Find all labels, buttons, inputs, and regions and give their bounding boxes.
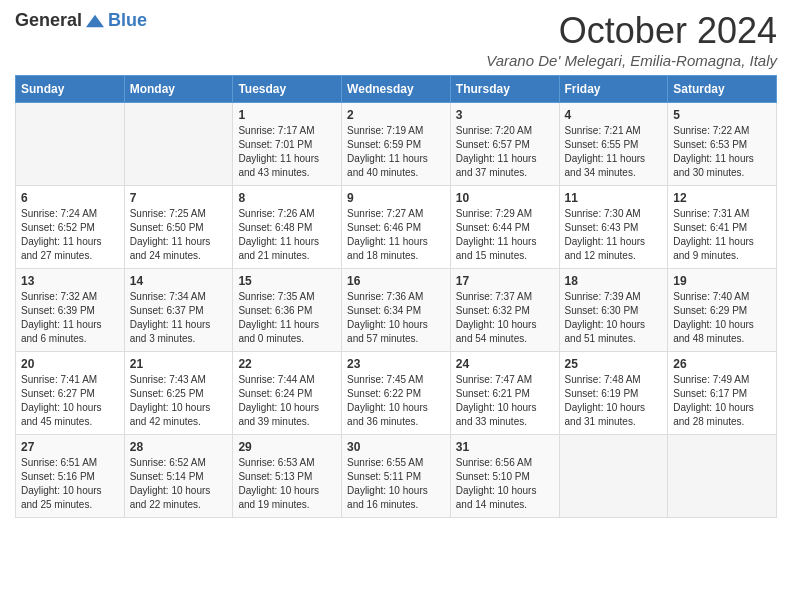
day-cell: 6Sunrise: 7:24 AMSunset: 6:52 PMDaylight… [16,186,125,269]
day-cell: 31Sunrise: 6:56 AMSunset: 5:10 PMDayligh… [450,435,559,518]
day-number: 31 [456,440,554,454]
day-number: 29 [238,440,336,454]
header-cell-tuesday: Tuesday [233,76,342,103]
day-info: Sunrise: 7:27 AMSunset: 6:46 PMDaylight:… [347,207,445,263]
day-number: 21 [130,357,228,371]
day-info: Sunrise: 7:39 AMSunset: 6:30 PMDaylight:… [565,290,663,346]
day-info: Sunrise: 6:52 AMSunset: 5:14 PMDaylight:… [130,456,228,512]
logo-icon [86,12,104,30]
day-cell: 13Sunrise: 7:32 AMSunset: 6:39 PMDayligh… [16,269,125,352]
day-info: Sunrise: 7:31 AMSunset: 6:41 PMDaylight:… [673,207,771,263]
day-info: Sunrise: 7:36 AMSunset: 6:34 PMDaylight:… [347,290,445,346]
day-info: Sunrise: 7:25 AMSunset: 6:50 PMDaylight:… [130,207,228,263]
day-cell: 19Sunrise: 7:40 AMSunset: 6:29 PMDayligh… [668,269,777,352]
day-number: 14 [130,274,228,288]
header-row: SundayMondayTuesdayWednesdayThursdayFrid… [16,76,777,103]
day-number: 2 [347,108,445,122]
day-number: 3 [456,108,554,122]
header-cell-sunday: Sunday [16,76,125,103]
day-number: 12 [673,191,771,205]
day-cell: 14Sunrise: 7:34 AMSunset: 6:37 PMDayligh… [124,269,233,352]
day-number: 4 [565,108,663,122]
header-cell-thursday: Thursday [450,76,559,103]
day-info: Sunrise: 7:44 AMSunset: 6:24 PMDaylight:… [238,373,336,429]
day-info: Sunrise: 7:34 AMSunset: 6:37 PMDaylight:… [130,290,228,346]
week-row-4: 20Sunrise: 7:41 AMSunset: 6:27 PMDayligh… [16,352,777,435]
day-cell: 5Sunrise: 7:22 AMSunset: 6:53 PMDaylight… [668,103,777,186]
day-cell: 22Sunrise: 7:44 AMSunset: 6:24 PMDayligh… [233,352,342,435]
day-number: 8 [238,191,336,205]
day-number: 23 [347,357,445,371]
day-info: Sunrise: 6:53 AMSunset: 5:13 PMDaylight:… [238,456,336,512]
day-cell [16,103,125,186]
day-number: 27 [21,440,119,454]
day-cell: 25Sunrise: 7:48 AMSunset: 6:19 PMDayligh… [559,352,668,435]
day-info: Sunrise: 7:24 AMSunset: 6:52 PMDaylight:… [21,207,119,263]
day-cell [124,103,233,186]
day-cell: 15Sunrise: 7:35 AMSunset: 6:36 PMDayligh… [233,269,342,352]
day-number: 24 [456,357,554,371]
day-number: 22 [238,357,336,371]
day-cell: 12Sunrise: 7:31 AMSunset: 6:41 PMDayligh… [668,186,777,269]
day-cell: 26Sunrise: 7:49 AMSunset: 6:17 PMDayligh… [668,352,777,435]
day-info: Sunrise: 7:45 AMSunset: 6:22 PMDaylight:… [347,373,445,429]
day-cell: 30Sunrise: 6:55 AMSunset: 5:11 PMDayligh… [342,435,451,518]
day-number: 10 [456,191,554,205]
day-info: Sunrise: 7:43 AMSunset: 6:25 PMDaylight:… [130,373,228,429]
day-number: 1 [238,108,336,122]
day-info: Sunrise: 7:47 AMSunset: 6:21 PMDaylight:… [456,373,554,429]
svg-marker-0 [86,14,104,27]
day-info: Sunrise: 7:35 AMSunset: 6:36 PMDaylight:… [238,290,336,346]
header-cell-friday: Friday [559,76,668,103]
location-subtitle: Varano De' Melegari, Emilia-Romagna, Ita… [486,52,777,69]
day-cell: 9Sunrise: 7:27 AMSunset: 6:46 PMDaylight… [342,186,451,269]
day-number: 30 [347,440,445,454]
day-cell: 3Sunrise: 7:20 AMSunset: 6:57 PMDaylight… [450,103,559,186]
day-number: 13 [21,274,119,288]
day-info: Sunrise: 6:51 AMSunset: 5:16 PMDaylight:… [21,456,119,512]
logo-general-text: General [15,10,82,31]
day-cell [559,435,668,518]
day-cell: 20Sunrise: 7:41 AMSunset: 6:27 PMDayligh… [16,352,125,435]
day-number: 26 [673,357,771,371]
day-number: 17 [456,274,554,288]
day-number: 6 [21,191,119,205]
day-cell: 24Sunrise: 7:47 AMSunset: 6:21 PMDayligh… [450,352,559,435]
day-number: 25 [565,357,663,371]
day-cell [668,435,777,518]
day-number: 5 [673,108,771,122]
header: General Blue October 2024 Varano De' Mel… [15,10,777,69]
day-info: Sunrise: 7:30 AMSunset: 6:43 PMDaylight:… [565,207,663,263]
week-row-2: 6Sunrise: 7:24 AMSunset: 6:52 PMDaylight… [16,186,777,269]
day-cell: 10Sunrise: 7:29 AMSunset: 6:44 PMDayligh… [450,186,559,269]
day-cell: 18Sunrise: 7:39 AMSunset: 6:30 PMDayligh… [559,269,668,352]
day-number: 11 [565,191,663,205]
day-info: Sunrise: 7:17 AMSunset: 7:01 PMDaylight:… [238,124,336,180]
day-cell: 4Sunrise: 7:21 AMSunset: 6:55 PMDaylight… [559,103,668,186]
day-cell: 8Sunrise: 7:26 AMSunset: 6:48 PMDaylight… [233,186,342,269]
day-cell: 16Sunrise: 7:36 AMSunset: 6:34 PMDayligh… [342,269,451,352]
day-cell: 28Sunrise: 6:52 AMSunset: 5:14 PMDayligh… [124,435,233,518]
calendar-table: SundayMondayTuesdayWednesdayThursdayFrid… [15,75,777,518]
day-info: Sunrise: 7:29 AMSunset: 6:44 PMDaylight:… [456,207,554,263]
month-title: October 2024 [486,10,777,52]
day-info: Sunrise: 7:41 AMSunset: 6:27 PMDaylight:… [21,373,119,429]
day-cell: 17Sunrise: 7:37 AMSunset: 6:32 PMDayligh… [450,269,559,352]
day-info: Sunrise: 7:37 AMSunset: 6:32 PMDaylight:… [456,290,554,346]
day-info: Sunrise: 7:20 AMSunset: 6:57 PMDaylight:… [456,124,554,180]
day-number: 16 [347,274,445,288]
day-number: 28 [130,440,228,454]
day-number: 19 [673,274,771,288]
title-area: October 2024 Varano De' Melegari, Emilia… [486,10,777,69]
day-number: 7 [130,191,228,205]
header-cell-wednesday: Wednesday [342,76,451,103]
day-number: 18 [565,274,663,288]
day-cell: 21Sunrise: 7:43 AMSunset: 6:25 PMDayligh… [124,352,233,435]
logo-blue-text: Blue [108,10,147,31]
day-info: Sunrise: 7:49 AMSunset: 6:17 PMDaylight:… [673,373,771,429]
day-cell: 11Sunrise: 7:30 AMSunset: 6:43 PMDayligh… [559,186,668,269]
week-row-1: 1Sunrise: 7:17 AMSunset: 7:01 PMDaylight… [16,103,777,186]
day-number: 15 [238,274,336,288]
week-row-3: 13Sunrise: 7:32 AMSunset: 6:39 PMDayligh… [16,269,777,352]
day-info: Sunrise: 7:48 AMSunset: 6:19 PMDaylight:… [565,373,663,429]
